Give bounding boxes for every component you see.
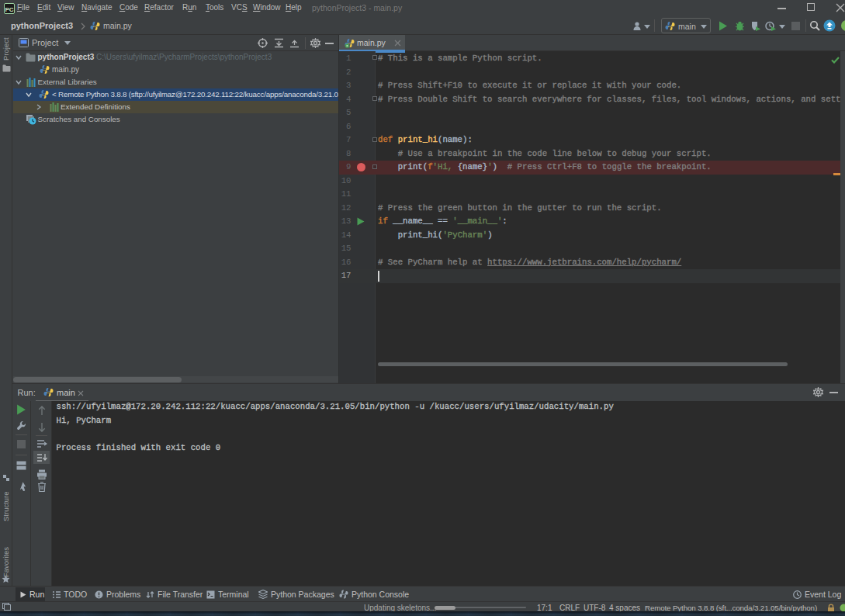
- svg-text:PC: PC: [5, 6, 13, 13]
